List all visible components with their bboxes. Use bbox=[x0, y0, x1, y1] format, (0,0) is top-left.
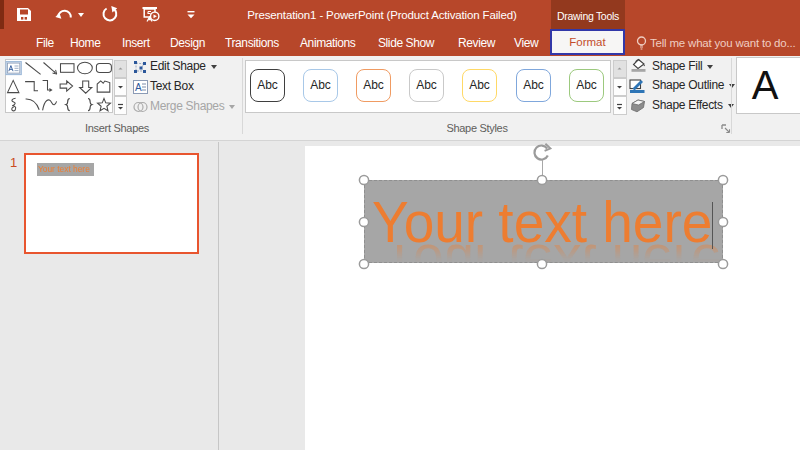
svg-text:A: A bbox=[135, 82, 142, 93]
